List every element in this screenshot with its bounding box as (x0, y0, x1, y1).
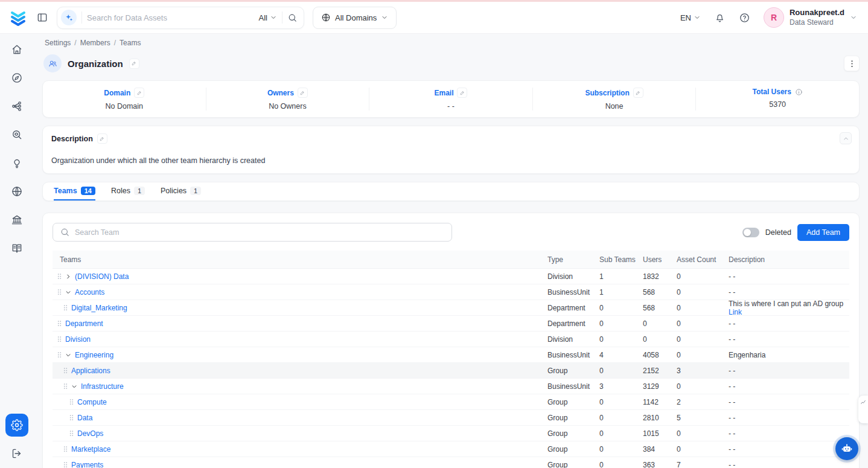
collapse-row-icon[interactable] (65, 352, 71, 358)
team-name-link[interactable]: Digital_Marketing (71, 304, 127, 312)
cell-users: 0 (643, 319, 677, 328)
tab-count-badge: 14 (81, 187, 95, 195)
drag-handle-icon[interactable] (57, 289, 62, 295)
column-header-type: Type (547, 255, 599, 264)
summary-field-domain: Domain No Domain (43, 88, 206, 111)
expand-row-icon[interactable] (65, 274, 71, 280)
description-link[interactable]: Link (729, 308, 742, 316)
cell-sub-teams: 0 (599, 429, 643, 438)
cell-users: 3129 (643, 382, 677, 391)
tab-teams[interactable]: Teams 14 (54, 182, 95, 200)
cell-description: - - (729, 335, 849, 344)
divider (282, 11, 282, 24)
drag-handle-icon[interactable] (63, 461, 68, 468)
edit-owners-button[interactable] (298, 88, 308, 98)
edit-domain-button[interactable] (134, 88, 144, 98)
drag-handle-icon[interactable] (57, 351, 62, 358)
drag-handle-icon[interactable] (63, 304, 68, 311)
sidebar-item-glossary[interactable] (11, 242, 23, 254)
logout-button[interactable] (11, 447, 23, 460)
team-name-link[interactable]: Applications (71, 367, 110, 375)
all-domains-label: All Domains (335, 13, 377, 22)
all-domains-dropdown[interactable]: All Domains (313, 7, 397, 29)
sidebar-item-domains[interactable] (11, 185, 23, 197)
search-button[interactable] (287, 13, 298, 23)
insights-icon (11, 157, 23, 169)
sidebar-item-explore[interactable] (11, 72, 23, 84)
logout-icon (11, 447, 23, 460)
cell-description: Engenharia (729, 351, 849, 359)
breadcrumb-settings[interactable]: Settings (45, 39, 71, 47)
global-search[interactable]: All (57, 7, 304, 29)
edit-subscription-button[interactable] (633, 88, 643, 98)
lineage-icon (11, 100, 23, 112)
team-name-link[interactable]: Data (77, 414, 92, 422)
chevron-down-icon (381, 14, 388, 21)
search-scope-dropdown[interactable]: All (259, 13, 277, 22)
sidebar-item-home[interactable] (11, 43, 23, 56)
collapse-description-button[interactable] (840, 132, 852, 144)
team-name-link[interactable]: Marketplace (71, 445, 110, 454)
sidebar-toggle-button[interactable] (36, 11, 48, 24)
team-search[interactable] (53, 223, 452, 242)
more-actions-button[interactable] (844, 56, 860, 71)
collapse-row-icon[interactable] (65, 289, 71, 295)
drag-handle-icon[interactable] (69, 414, 74, 421)
tab-roles[interactable]: Roles 1 (111, 182, 145, 200)
cell-type: Group (547, 414, 599, 422)
team-name-link[interactable]: Payments (71, 461, 103, 468)
global-search-input[interactable] (87, 13, 254, 22)
team-name-link[interactable]: Compute (77, 398, 107, 406)
column-header-teams: Teams (53, 255, 547, 264)
breadcrumb-members[interactable]: Members (80, 39, 110, 47)
drag-handle-icon[interactable] (69, 430, 74, 437)
cell-sub-teams: 0 (599, 398, 643, 406)
deleted-toggle[interactable] (742, 228, 759, 237)
cell-type: BusinessUnit (547, 288, 599, 297)
team-name-link[interactable]: DevOps (77, 429, 103, 438)
edit-description-button[interactable] (97, 133, 107, 144)
team-name-link[interactable]: (DIVISION) Data (75, 272, 129, 281)
cell-asset-count: 3 (677, 367, 729, 375)
cell-users: 2152 (643, 367, 677, 375)
team-name-link[interactable]: Accounts (75, 288, 104, 297)
user-menu[interactable]: R Rounakpreet.d Data Steward (764, 7, 857, 28)
team-name-link[interactable]: Department (65, 319, 103, 328)
cell-type: Division (547, 335, 599, 344)
drag-handle-icon[interactable] (63, 383, 68, 389)
summary-value: No Domain (106, 102, 144, 111)
drag-handle-icon[interactable] (57, 273, 62, 280)
team-name-link[interactable]: Engineering (75, 351, 113, 359)
app-logo-icon[interactable] (8, 8, 28, 27)
cell-users: 363 (643, 461, 677, 468)
chat-bot-button[interactable] (835, 437, 858, 460)
ai-sparkle-icon[interactable] (61, 10, 77, 25)
team-search-input[interactable] (75, 228, 445, 237)
drag-handle-icon[interactable] (57, 320, 62, 327)
cell-sub-teams: 0 (599, 367, 643, 375)
edit-title-button[interactable] (129, 59, 139, 69)
notifications-button[interactable] (714, 12, 726, 24)
sidebar-item-lineage[interactable] (11, 100, 23, 112)
edit-email-button[interactable] (457, 88, 467, 98)
collapse-row-icon[interactable] (71, 383, 77, 389)
drag-handle-icon[interactable] (69, 399, 74, 405)
tab-policies[interactable]: Policies 1 (161, 182, 201, 200)
cell-description: - - (729, 272, 849, 281)
sidebar-item-settings[interactable] (5, 414, 28, 437)
sidebar-item-govern[interactable] (11, 214, 23, 226)
drag-handle-icon[interactable] (57, 336, 62, 342)
drag-handle-icon[interactable] (63, 446, 68, 452)
collapsed-panel-handle[interactable] (858, 396, 868, 423)
drag-handle-icon[interactable] (63, 367, 68, 374)
team-name-link[interactable]: Infrastructure (81, 382, 124, 391)
chevron-down-icon (270, 14, 277, 21)
sidebar-item-observability[interactable] (11, 129, 23, 141)
add-team-button[interactable]: Add Team (797, 224, 849, 241)
sidebar-item-insights[interactable] (11, 157, 23, 169)
cell-description: - - (729, 445, 849, 454)
help-button[interactable] (739, 12, 750, 24)
cell-description: - - (729, 414, 849, 422)
language-dropdown[interactable]: EN (680, 13, 701, 22)
team-name-link[interactable]: Division (65, 335, 91, 344)
